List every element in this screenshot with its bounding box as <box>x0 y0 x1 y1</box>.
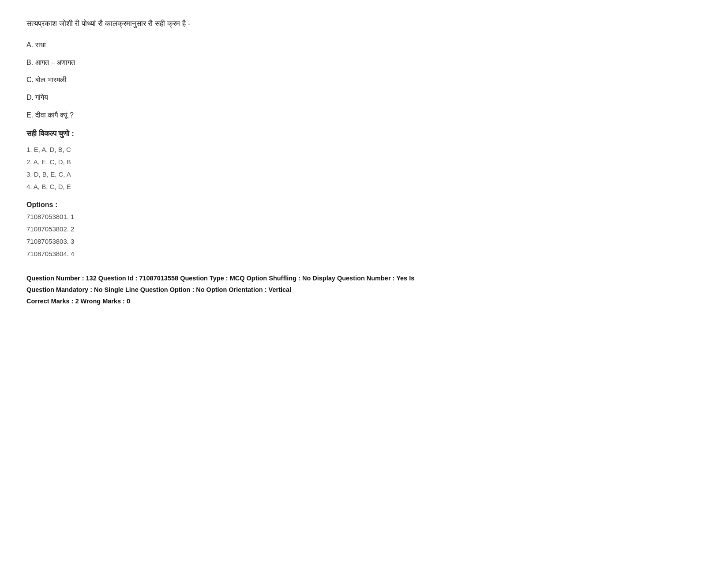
option-a-label: A. <box>26 41 33 49</box>
answer-option-4-text: A, B, C, D, E <box>34 183 71 190</box>
answer-options-list: 1. E, A, D, B, C 2. A, E, C, D, B 3. D, … <box>26 144 702 192</box>
marks-line: Correct Marks : 2 Wrong Marks : 0 <box>26 295 702 307</box>
option-code-1: 71087053801. 1 <box>26 212 702 222</box>
answer-option-1: 1. E, A, D, B, C <box>26 144 702 155</box>
option-a-text: राधा <box>35 41 46 49</box>
option-e: E. दीवा कांपै क्यूं ? <box>26 110 702 121</box>
option-c-text: बोल भारमली <box>35 76 66 83</box>
answer-option-3-number: 3. <box>26 170 32 178</box>
question-text: सत्यप्रकाश जोशी री पोथ्यां रौ कालक्रमानु… <box>26 18 702 30</box>
meta-line1: Question Number : 132 Question Id : 7108… <box>26 272 702 284</box>
option-e-label: E. <box>26 111 33 119</box>
answer-option-1-text: E, A, D, B, C <box>34 146 71 153</box>
option-e-text: दीवा कांपै क्यूं ? <box>35 111 74 119</box>
question-meta: Question Number : 132 Question Id : 7108… <box>26 272 702 307</box>
option-c-label: C. <box>26 76 34 83</box>
options-label: Options : <box>26 201 702 209</box>
select-correct-label: सही विकल्प चुणो : <box>26 129 702 138</box>
option-code-3: 71087053803. 3 <box>26 236 702 247</box>
answer-option-3: 3. D, B, E, C, A <box>26 169 702 180</box>
option-d: D. गांगेय <box>26 92 702 103</box>
answer-option-4-number: 4. <box>26 183 32 190</box>
option-d-label: D. <box>26 94 34 101</box>
option-c: C. बोल भारमली <box>26 74 702 86</box>
question-container: सत्यप्रकाश जोशी री पोथ्यां रौ कालक्रमानु… <box>26 18 702 307</box>
option-code-4: 71087053804. 4 <box>26 249 702 259</box>
answer-option-2-text: A, E, C, D, B <box>34 158 71 166</box>
answer-option-2: 2. A, E, C, D, B <box>26 157 702 167</box>
answer-option-3-text: D, B, E, C, A <box>34 170 71 178</box>
option-a: A. राधा <box>26 39 702 51</box>
option-b-text: आगत – अणागत <box>35 59 75 66</box>
answer-option-1-number: 1. <box>26 146 32 153</box>
option-code-2: 71087053802. 2 <box>26 224 702 234</box>
option-b-label: B. <box>26 59 33 66</box>
answer-option-2-number: 2. <box>26 158 32 166</box>
meta-line2: Question Mandatory : No Single Line Ques… <box>26 284 702 295</box>
option-d-text: गांगेय <box>35 94 48 101</box>
options-list: A. राधा B. आगत – अणागत C. बोल भारमली D. … <box>26 39 702 121</box>
answer-option-4: 4. A, B, C, D, E <box>26 181 702 192</box>
option-b: B. आगत – अणागत <box>26 57 702 68</box>
option-codes-list: 71087053801. 1 71087053802. 2 7108705380… <box>26 212 702 259</box>
